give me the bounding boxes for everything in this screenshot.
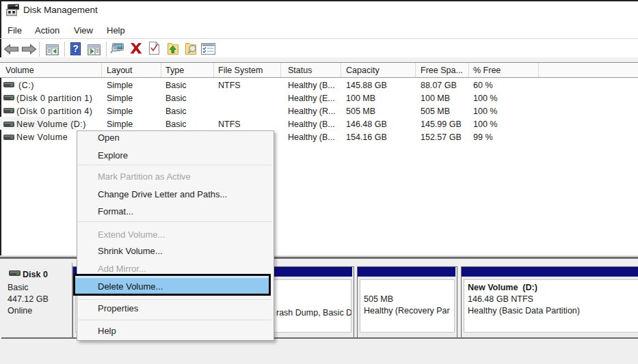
svg-text:?: ? bbox=[72, 43, 79, 54]
